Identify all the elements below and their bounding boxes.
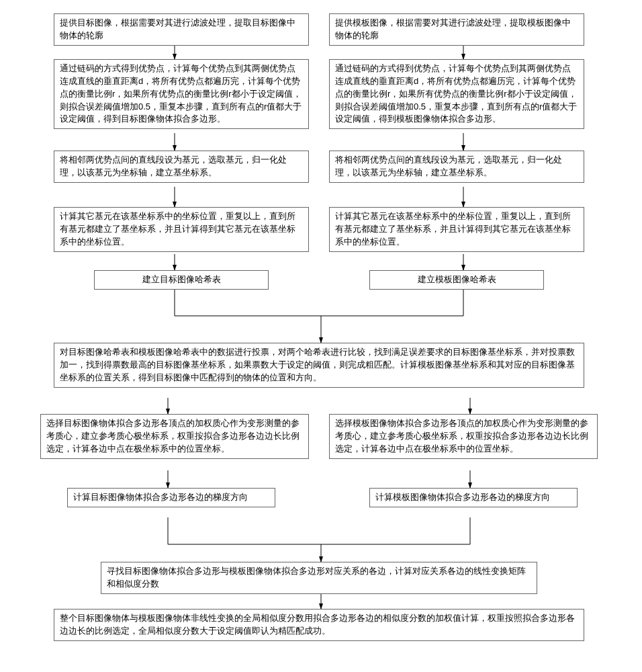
text: 提供模板图像，根据需要对其进行滤波处理，提取模板图像中物体的轮廓 bbox=[335, 17, 571, 40]
left-step-4: 计算其它基元在该基坐标系中的坐标位置，重复以上，直到所有基元都建立了基坐标系，并… bbox=[54, 207, 309, 252]
text: 计算模板图像物体拟合多边形各边的梯度方向 bbox=[375, 492, 550, 502]
right-step-2: 通过链码的方式得到优势点，计算每个优势点到其两侧优势点连成直线的垂直距离d，将所… bbox=[329, 59, 584, 129]
left-step-3: 将相邻两优势点间的直线段设为基元，选取基元，归一化处理，以该基元为坐标轴，建立基… bbox=[54, 151, 309, 183]
text: 对目标图像哈希表和模板图像哈希表中的数据进行投票，对两个哈希表进行比较，找到满足… bbox=[60, 347, 575, 382]
lower-left-centroid: 选择目标图像物体拟合多边形各顶点的加权质心作为变形测量的参考质心，建立参考质心极… bbox=[40, 414, 309, 459]
left-step-5-hash: 建立目标图像哈希表 bbox=[94, 270, 269, 290]
text: 计算其它基元在该基坐标系中的坐标位置，重复以上，直到所有基元都建立了基坐标系，并… bbox=[60, 211, 295, 247]
merge-vote-coarse-match: 对目标图像哈希表和模板图像哈希表中的数据进行投票，对两个哈希表进行比较，找到满足… bbox=[54, 343, 584, 388]
text: 整个目标图像物体与模板图像物体非线性变换的全局相似度分数用拟合多边形各边的相似度… bbox=[60, 613, 575, 636]
left-step-2: 通过链码的方式得到优势点，计算每个优势点到其两侧优势点连成直线的垂直距离d，将所… bbox=[54, 59, 309, 129]
text: 计算其它基元在该基坐标系中的坐标位置，重复以上，直到所有基元都建立了基坐标系，并… bbox=[335, 211, 571, 247]
lower-right-centroid: 选择模板图像物体拟合多边形各顶点的加权质心作为变形测量的参考质心，建立参考质心极… bbox=[329, 414, 598, 459]
text: 提供目标图像，根据需要对其进行滤波处理，提取目标图像中物体的轮廓 bbox=[60, 17, 295, 40]
text: 将相邻两优势点间的直线段设为基元，选取基元，归一化处理，以该基元为坐标轴，建立基… bbox=[335, 155, 562, 177]
text: 寻找目标图像物体拟合多边形与模板图像物体拟合多边形对应关系的各边，计算对应关系各… bbox=[107, 566, 526, 589]
flowchart: 提供目标图像，根据需要对其进行滤波处理，提取目标图像中物体的轮廓 通过链码的方式… bbox=[13, 13, 629, 659]
text: 选择模板图像物体拟合多边形各顶点的加权质心作为变形测量的参考质心，建立参考质心极… bbox=[335, 418, 588, 454]
final-global-similarity: 整个目标图像物体与模板图像物体非线性变换的全局相似度分数用拟合多边形各边的相似度… bbox=[54, 609, 584, 641]
right-step-4: 计算其它基元在该基坐标系中的坐标位置，重复以上，直到所有基元都建立了基坐标系，并… bbox=[329, 207, 584, 252]
final-linear-transform: 寻找目标图像物体拟合多边形与模板图像物体拟合多边形对应关系的各边，计算对应关系各… bbox=[101, 562, 537, 594]
right-step-1: 提供模板图像，根据需要对其进行滤波处理，提取模板图像中物体的轮廓 bbox=[329, 13, 584, 46]
lower-right-gradient: 计算模板图像物体拟合多边形各边的梯度方向 bbox=[369, 488, 578, 507]
text: 通过链码的方式得到优势点，计算每个优势点到其两侧优势点连成直线的垂直距离d，将所… bbox=[335, 63, 577, 124]
lower-left-gradient: 计算目标图像物体拟合多边形各边的梯度方向 bbox=[67, 488, 275, 507]
text: 通过链码的方式得到优势点，计算每个优势点到其两侧优势点连成直线的垂直距离d，将所… bbox=[60, 63, 302, 124]
right-step-3: 将相邻两优势点间的直线段设为基元，选取基元，归一化处理，以该基元为坐标轴，建立基… bbox=[329, 151, 584, 183]
right-step-5-hash: 建立模板图像哈希表 bbox=[369, 270, 544, 290]
text: 选择目标图像物体拟合多边形各顶点的加权质心作为变形测量的参考质心，建立参考质心极… bbox=[46, 418, 300, 454]
text: 将相邻两优势点间的直线段设为基元，选取基元，归一化处理，以该基元为坐标轴，建立基… bbox=[60, 155, 287, 177]
left-step-1: 提供目标图像，根据需要对其进行滤波处理，提取目标图像中物体的轮廓 bbox=[54, 13, 309, 46]
text: 建立目标图像哈希表 bbox=[142, 274, 221, 284]
text: 计算目标图像物体拟合多边形各边的梯度方向 bbox=[73, 492, 248, 502]
text: 建立模板图像哈希表 bbox=[418, 274, 496, 284]
